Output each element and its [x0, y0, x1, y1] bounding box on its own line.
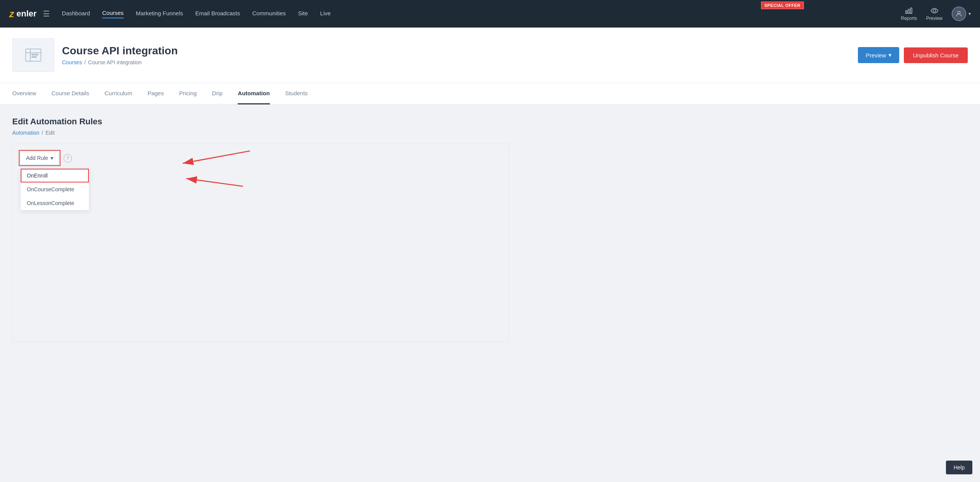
logo-name: enler — [16, 9, 37, 19]
section-breadcrumb: Automation / Edit — [12, 130, 968, 136]
preview-icon — [930, 7, 939, 15]
breadcrumb-sep1: / — [84, 59, 86, 65]
tab-pages[interactable]: Pages — [147, 83, 164, 104]
course-header-left: Course API integration Courses / Course … — [12, 38, 178, 72]
section-breadcrumb-sep: / — [42, 130, 43, 136]
tab-course-details[interactable]: Course Details — [52, 83, 89, 104]
logo[interactable]: zenler — [9, 8, 37, 20]
nav-live[interactable]: Live — [320, 10, 331, 18]
course-thumbnail — [12, 38, 54, 72]
unpublish-button[interactable]: Unpublish Course — [904, 47, 968, 63]
course-header-right: Preview ▾ Unpublish Course — [858, 47, 968, 63]
preview-button[interactable]: Preview ▾ — [858, 47, 899, 63]
tab-pricing[interactable]: Pricing — [179, 83, 197, 104]
top-navigation: zenler ☰ Dashboard Courses Marketing Fun… — [0, 0, 980, 28]
section-title: Edit Automation Rules — [12, 117, 968, 127]
svg-line-11 — [183, 151, 250, 163]
logo-letter: z — [9, 8, 14, 20]
breadcrumb-current: Course API integration — [88, 59, 142, 65]
avatar — [952, 7, 966, 21]
preview-nav-label: Preview — [926, 16, 942, 21]
add-rule-button[interactable]: Add Rule ▾ — [20, 151, 59, 164]
main-content: Edit Automation Rules Automation / Edit … — [0, 104, 980, 355]
svg-point-4 — [958, 11, 960, 14]
tab-automation[interactable]: Automation — [238, 83, 270, 104]
svg-point-3 — [933, 9, 936, 12]
help-button[interactable]: Help — [946, 461, 972, 474]
tab-curriculum[interactable]: Curriculum — [105, 83, 132, 104]
preview-icon-group[interactable]: Preview — [926, 7, 942, 21]
special-offer-badge[interactable]: SPECIAL OFFER — [761, 2, 804, 9]
svg-line-12 — [186, 179, 243, 186]
add-rule-dropdown: OnEnroll OnCourseComplete OnLessonComple… — [20, 168, 89, 210]
tab-students[interactable]: Students — [285, 83, 308, 104]
reports-icon — [905, 7, 913, 15]
dropdown-on-course-complete[interactable]: OnCourseComplete — [21, 182, 89, 196]
course-title-area: Course API integration Courses / Course … — [62, 45, 178, 65]
svg-rect-0 — [906, 11, 907, 13]
nav-marketing-funnels[interactable]: Marketing Funnels — [136, 10, 183, 18]
reports-icon-group[interactable]: Reports — [901, 7, 917, 21]
automation-area: Add Rule ▾ ? OnEnroll OnCourseComplete O… — [12, 143, 509, 342]
nav-right: Reports Preview ▾ — [901, 7, 971, 21]
tab-drip[interactable]: Drip — [212, 83, 223, 104]
help-circle-icon[interactable]: ? — [64, 154, 72, 163]
dropdown-on-lesson-complete[interactable]: OnLessonComplete — [21, 196, 89, 210]
svg-rect-1 — [908, 9, 910, 13]
course-breadcrumb: Courses / Course API integration — [62, 59, 178, 65]
nav-email-broadcasts[interactable]: Email Broadcasts — [195, 10, 240, 18]
nav-courses[interactable]: Courses — [102, 10, 124, 18]
add-rule-label: Add Rule — [26, 155, 48, 161]
logo-area: zenler ☰ — [9, 8, 50, 20]
add-rule-chevron-icon: ▾ — [51, 155, 53, 161]
svg-rect-2 — [911, 8, 912, 14]
hamburger-menu-icon[interactable]: ☰ — [43, 9, 50, 18]
breadcrumb-courses-link[interactable]: Courses — [62, 59, 82, 65]
automation-breadcrumb-link[interactable]: Automation — [12, 130, 39, 136]
dropdown-on-enroll[interactable]: OnEnroll — [21, 169, 89, 182]
tab-overview[interactable]: Overview — [12, 83, 36, 104]
avatar-chevron-icon: ▾ — [969, 11, 971, 16]
nav-site[interactable]: Site — [298, 10, 308, 18]
nav-dashboard[interactable]: Dashboard — [62, 10, 90, 18]
nav-links: Dashboard Courses Marketing Funnels Emai… — [62, 10, 901, 18]
course-title: Course API integration — [62, 45, 178, 57]
avatar-area[interactable]: ▾ — [952, 7, 971, 21]
section-breadcrumb-edit: Edit — [46, 130, 55, 136]
tabs-bar: Overview Course Details Curriculum Pages… — [0, 83, 980, 104]
course-header: Course API integration Courses / Course … — [0, 28, 980, 83]
svg-rect-8 — [32, 54, 38, 55]
nav-communities[interactable]: Communities — [252, 10, 286, 18]
reports-label: Reports — [901, 16, 917, 21]
svg-rect-9 — [32, 57, 36, 57]
preview-dropdown-icon: ▾ — [889, 52, 892, 59]
add-rule-container: Add Rule ▾ ? OnEnroll OnCourseComplete O… — [20, 151, 72, 164]
